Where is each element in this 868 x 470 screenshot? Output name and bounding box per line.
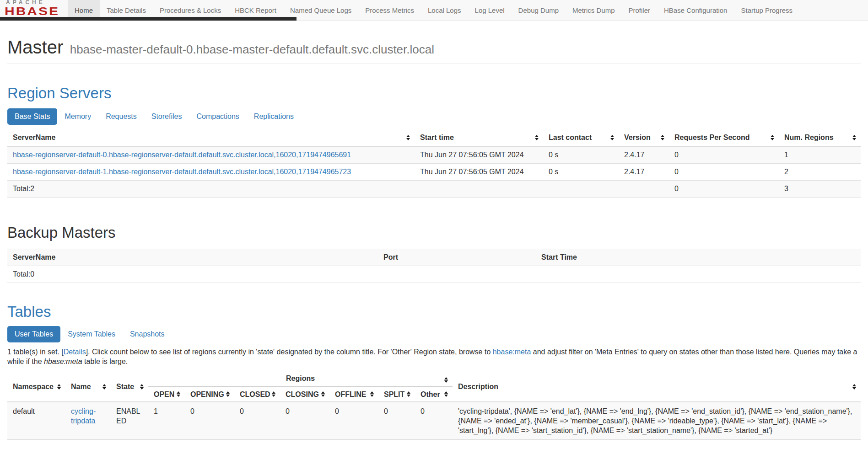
cell-name: cycling-tripdata: [65, 402, 111, 440]
note-text: 1 table(s) in set. [: [7, 348, 64, 356]
sort-icon[interactable]: [226, 391, 230, 397]
nav-item-log-level[interactable]: Log Level: [468, 0, 512, 20]
nav-item-process-metrics[interactable]: Process Metrics: [358, 0, 421, 20]
tab-compactions[interactable]: Compactions: [189, 108, 246, 125]
nav-item-debug-dump[interactable]: Debug Dump: [512, 0, 566, 20]
tables-note: 1 table(s) in set. [Details]. Click coun…: [7, 347, 858, 366]
col-closed[interactable]: CLOSED: [234, 387, 280, 402]
backup-masters-table: ServerName Port Start Time Total:0: [7, 249, 861, 283]
nav-item-startup-progress[interactable]: Startup Progress: [734, 0, 799, 20]
sort-icon[interactable]: [321, 391, 325, 397]
tab-replications[interactable]: Replications: [247, 108, 301, 125]
sort-icon[interactable]: [444, 391, 448, 397]
region-servers-table: ServerName Start time Last contact Versi…: [7, 129, 861, 198]
region-servers-tabs: Base Stats Memory Requests Storefiles Co…: [7, 108, 861, 125]
note-italic: hbase:meta: [44, 358, 82, 365]
sort-icon[interactable]: [272, 391, 275, 397]
cell-open: 1: [148, 402, 185, 440]
col-version[interactable]: Version: [619, 129, 669, 146]
table-row: default cycling-tripdata ENABLED 1 0 0 0…: [7, 402, 861, 440]
sort-icon[interactable]: [407, 391, 410, 397]
sort-icon[interactable]: [852, 135, 856, 140]
cell-total-num-regions: 3: [779, 181, 861, 198]
user-tables-table: Namespace Name State Regions Description…: [7, 372, 861, 440]
master-page-header: Master hbase-master-default-0.hbase-mast…: [7, 37, 861, 64]
tab-base-stats[interactable]: Base Stats: [7, 108, 57, 125]
col-start-time[interactable]: Start Time: [536, 249, 861, 266]
page-content: Master hbase-master-default-0.hbase-mast…: [0, 37, 868, 440]
nav-item-local-logs[interactable]: Local Logs: [421, 0, 468, 20]
hbase-logo-text: HBASE: [5, 5, 59, 17]
col-num-regions[interactable]: Num. Regions: [779, 129, 861, 146]
sort-icon[interactable]: [177, 391, 180, 397]
nav-item-profiler[interactable]: Profiler: [622, 0, 658, 20]
cell-total-label: Total:0: [7, 266, 861, 283]
top-navbar: APACHE HBASE Home Table Details Procedur…: [0, 0, 868, 21]
cell-other: 0: [415, 402, 453, 440]
hbase-meta-link[interactable]: hbase:meta: [493, 348, 531, 356]
col-offline[interactable]: OFFLINE: [329, 387, 378, 402]
col-opening[interactable]: OPENING: [185, 387, 234, 402]
col-open[interactable]: OPEN: [148, 387, 185, 402]
cell-start-time: Thu Jun 27 07:56:05 GMT 2024: [415, 164, 543, 181]
sort-icon[interactable]: [370, 391, 374, 397]
cell-split: 0: [378, 402, 415, 440]
col-servername[interactable]: ServerName: [7, 249, 378, 266]
tab-requests[interactable]: Requests: [98, 108, 144, 125]
table-header-row: ServerName Port Start Time: [7, 249, 861, 266]
table-header-row: Namespace Name State Regions Description: [7, 372, 861, 387]
cell-closing: 0: [280, 402, 329, 440]
note-text: table is large.: [82, 358, 128, 365]
sort-icon[interactable]: [406, 135, 410, 140]
col-split[interactable]: SPLIT: [378, 387, 415, 402]
note-text: ]. Click count below to see list of regi…: [86, 348, 493, 356]
cell-state: ENABLED: [111, 402, 148, 440]
tab-storefiles[interactable]: Storefiles: [144, 108, 189, 125]
cell-total-label: Total:2: [7, 181, 415, 198]
col-regions-group[interactable]: Regions: [148, 372, 453, 387]
col-other[interactable]: Other: [415, 387, 453, 402]
cell-version: 2.4.17: [619, 164, 669, 181]
sort-icon[interactable]: [444, 377, 448, 383]
nav-item-hbase-configuration[interactable]: HBase Configuration: [657, 0, 734, 20]
col-port[interactable]: Port: [378, 249, 536, 266]
sort-icon[interactable]: [57, 384, 61, 390]
col-name[interactable]: Name: [65, 372, 111, 402]
cell-namespace: default: [7, 402, 65, 440]
nav-item-metrics-dump[interactable]: Metrics Dump: [566, 0, 622, 20]
cell-start-time: Thu Jun 27 07:56:05 GMT 2024: [415, 146, 543, 164]
cell-description: 'cycling-tripdata', {NAME => 'end_lat'},…: [453, 402, 861, 440]
col-closing[interactable]: CLOSING: [280, 387, 329, 402]
table-name-link[interactable]: cycling-tripdata: [71, 407, 96, 425]
col-servername[interactable]: ServerName: [7, 129, 415, 146]
region-count-link[interactable]: 1: [154, 407, 158, 415]
tab-system-tables[interactable]: System Tables: [60, 326, 123, 342]
cell-version: 2.4.17: [619, 146, 669, 164]
regionserver-link[interactable]: hbase-regionserver-default-1.hbase-regio…: [13, 168, 351, 176]
tab-memory[interactable]: Memory: [57, 108, 98, 125]
col-requests-per-second[interactable]: Requests Per Second: [669, 129, 779, 146]
cell-offline: 0: [329, 402, 378, 440]
table-total-row: Total:2 0 3: [7, 181, 861, 198]
sort-icon[interactable]: [852, 384, 856, 390]
col-state[interactable]: State: [111, 372, 148, 402]
col-start-time[interactable]: Start time: [415, 129, 543, 146]
cell-num-regions: 1: [779, 146, 861, 164]
navbar-dark-strip: [0, 17, 297, 21]
sort-icon[interactable]: [140, 384, 144, 390]
details-link[interactable]: Details: [64, 348, 86, 356]
tab-snapshots[interactable]: Snapshots: [123, 326, 172, 342]
sort-icon[interactable]: [102, 384, 106, 390]
sort-icon[interactable]: [771, 135, 774, 140]
table-header-row: ServerName Start time Last contact Versi…: [7, 129, 861, 146]
sort-icon[interactable]: [661, 135, 664, 140]
col-description[interactable]: Description: [453, 372, 861, 402]
table-total-row: Total:0: [7, 266, 861, 283]
sort-icon[interactable]: [610, 135, 614, 140]
apache-logo-text: APACHE: [6, 0, 59, 5]
sort-icon[interactable]: [535, 135, 539, 140]
tab-user-tables[interactable]: User Tables: [7, 326, 60, 342]
regionserver-link[interactable]: hbase-regionserver-default-0.hbase-regio…: [13, 151, 351, 159]
col-last-contact[interactable]: Last contact: [543, 129, 619, 146]
col-namespace[interactable]: Namespace: [7, 372, 65, 402]
